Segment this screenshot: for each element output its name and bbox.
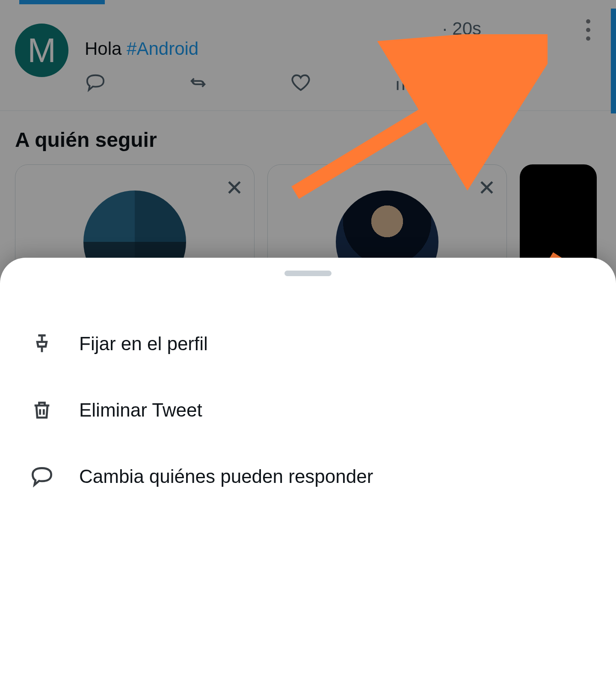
hashtag-link[interactable]: #Android <box>127 39 198 59</box>
reply-settings-icon <box>30 465 53 488</box>
analytics-icon <box>394 73 413 92</box>
sheet-drag-handle[interactable] <box>284 271 332 276</box>
pin-label: Fijar en el perfil <box>79 333 208 354</box>
share-icon <box>496 73 516 92</box>
tweet-header: · 20s <box>85 11 601 36</box>
close-icon[interactable]: ✕ <box>225 176 243 200</box>
pin-to-profile-option[interactable]: Fijar en el perfil <box>0 310 616 377</box>
scroll-indicator <box>611 9 616 113</box>
share-button[interactable] <box>495 72 517 93</box>
tweet-text: Hola #Android <box>85 39 601 59</box>
svg-point-0 <box>509 74 514 80</box>
tweet-timestamp: · 20s <box>442 18 481 39</box>
avatar-initial: M <box>27 31 56 70</box>
avatar[interactable]: M <box>15 24 68 77</box>
tweet-text-plain: Hola <box>85 39 127 59</box>
pin-icon <box>30 332 53 355</box>
tweet-body: · 20s Hola #Android <box>85 11 601 93</box>
retweet-icon <box>188 73 208 92</box>
change-reply-option[interactable]: Cambia quiénes pueden responder <box>0 443 616 509</box>
bottom-sheet: Fijar en el perfil Eliminar Tweet Cambia… <box>0 258 616 673</box>
reply-button[interactable] <box>85 72 106 93</box>
who-to-follow-header: A quién seguir <box>0 111 616 164</box>
reply-settings-label: Cambia quiénes pueden responder <box>79 466 373 487</box>
analytics-button[interactable] <box>393 72 414 93</box>
retweet-button[interactable] <box>187 72 209 93</box>
tweet[interactable]: M · 20s Hola #Android <box>0 0 616 111</box>
delete-tweet-option[interactable]: Eliminar Tweet <box>0 377 616 443</box>
svg-point-1 <box>499 80 504 85</box>
trash-icon <box>30 398 53 422</box>
reply-icon <box>86 73 105 92</box>
heart-icon <box>291 73 311 92</box>
delete-label: Eliminar Tweet <box>79 399 202 421</box>
close-icon[interactable]: ✕ <box>478 176 496 200</box>
like-button[interactable] <box>290 72 311 93</box>
tweet-actions <box>85 72 521 93</box>
svg-point-2 <box>509 86 514 91</box>
more-options-button[interactable] <box>582 19 595 41</box>
